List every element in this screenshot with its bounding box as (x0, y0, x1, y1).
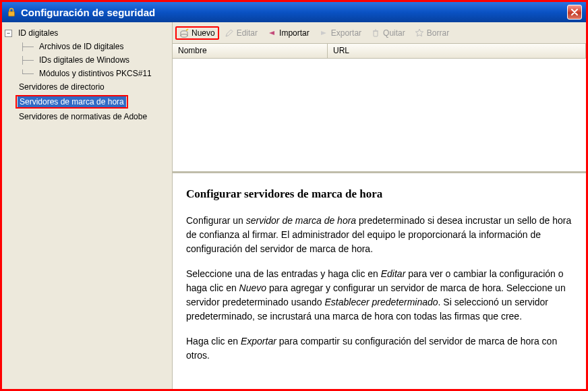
borrar-button[interactable]: Borrar (411, 26, 453, 40)
quitar-button[interactable]: Quitar (367, 26, 409, 40)
tree-item-servidores-normativas[interactable]: Servidores de normativas de Adobe (5, 110, 169, 123)
tree-item-archivos-id[interactable]: ├── Archivos de ID digitales (5, 40, 169, 53)
export-icon (319, 28, 328, 38)
star-icon (415, 28, 424, 38)
tree-item-servidores-marca-hora[interactable]: Servidores de marca de hora (5, 94, 169, 110)
content-paragraph-2: Seleccione una de las entradas y haga cl… (186, 267, 572, 324)
svg-rect-2 (374, 31, 378, 36)
toolbar: Nuevo Editar Importar (173, 22, 586, 44)
tree-branch-icon: ├── (17, 56, 37, 65)
server-list[interactable] (173, 59, 586, 173)
svg-point-1 (181, 34, 187, 36)
tree-item-servidores-directorio[interactable]: Servidores de directorio (5, 80, 169, 94)
tree-branch-icon: ├── (17, 42, 37, 51)
lock-icon (6, 7, 17, 18)
content-paragraph-3: Haga clic en Exportar para compartir su … (186, 334, 572, 363)
content-paragraph-1: Configurar un servidor de marca de hora … (186, 214, 572, 256)
column-url[interactable]: URL (328, 44, 586, 58)
tree-item-id-digitales[interactable]: − ID digitales (5, 26, 169, 40)
body-area: − ID digitales ├── Archivos de ID digita… (2, 22, 586, 389)
import-icon (267, 28, 276, 38)
tree-item-pkcs11[interactable]: └── Módulos y distintivos PKCS#11 (5, 67, 169, 80)
tree-collapse-icon[interactable]: − (5, 30, 12, 37)
tree-branch-icon: └── (17, 69, 37, 78)
window-title: Configuración de seguridad (21, 7, 567, 18)
editar-button[interactable]: Editar (220, 26, 262, 40)
close-button[interactable] (567, 5, 582, 20)
tree-item-ids-windows[interactable]: ├── IDs digitales de Windows (5, 53, 169, 67)
column-nombre[interactable]: Nombre (173, 44, 328, 58)
svg-rect-0 (9, 11, 15, 16)
nuevo-button[interactable]: Nuevo (175, 26, 219, 40)
trash-icon (371, 28, 380, 38)
content-heading: Configurar servidores de marca de hora (186, 185, 572, 203)
sidebar-tree: − ID digitales ├── Archivos de ID digita… (2, 22, 172, 389)
importar-button[interactable]: Importar (263, 26, 314, 40)
edit-icon (225, 28, 234, 38)
main-panel: Nuevo Editar Importar (172, 22, 586, 389)
description-pane: Configurar servidores de marca de hora C… (173, 173, 586, 389)
new-icon (179, 28, 189, 38)
exportar-button[interactable]: Exportar (315, 26, 365, 40)
security-settings-window: Configuración de seguridad − ID digitale… (0, 0, 588, 391)
titlebar: Configuración de seguridad (2, 2, 586, 22)
list-column-header: Nombre URL (173, 44, 586, 59)
